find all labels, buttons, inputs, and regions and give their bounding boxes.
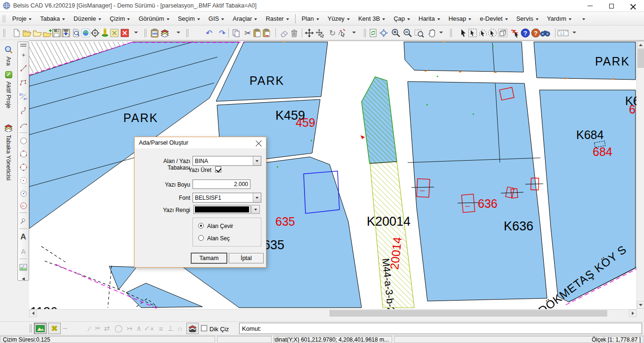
- undo-button[interactable]: ↶: [203, 27, 215, 39]
- menu-secim[interactable]: Seçim: [174, 13, 204, 24]
- zoom-window-button[interactable]: [414, 27, 425, 39]
- menu-gorunum[interactable]: Görünüm: [134, 13, 173, 24]
- scroll-up-button[interactable]: [637, 41, 644, 49]
- move-button[interactable]: [304, 27, 315, 39]
- help-button[interactable]: ?: [520, 27, 531, 39]
- alan-cevir-radio[interactable]: [198, 223, 204, 229]
- line-tool[interactable]: [18, 63, 28, 74]
- menu-yuzey[interactable]: Yüzey: [323, 13, 354, 24]
- scroll-left-button[interactable]: [29, 310, 37, 317]
- snap-toggle-button[interactable]: ✖: [48, 323, 61, 334]
- pin-tool[interactable]: [18, 215, 28, 227]
- snap-parallel-tool[interactable]: ⇄: [101, 323, 113, 334]
- collapse-toolbar-button[interactable]: ◂: [18, 273, 28, 284]
- menubar-grip[interactable]: [3, 15, 5, 23]
- raster-visibility-button[interactable]: [34, 323, 47, 334]
- sidebar-tab-aktif-proje[interactable]: ✓ Aktif Proje: [0, 70, 17, 108]
- polygon-tool[interactable]: [18, 135, 28, 147]
- sidebar-tab-tabaka-yoneticisi[interactable]: Tabaka Yöneticisi: [0, 123, 17, 180]
- image-tool[interactable]: [18, 261, 28, 273]
- snap-arc-tool[interactable]: ∩: [174, 323, 185, 334]
- measure-button[interactable]: 1 2: [557, 27, 569, 39]
- alan-sec-radio[interactable]: [198, 235, 204, 241]
- close-yellow-button[interactable]: [109, 27, 120, 39]
- menu-overflow[interactable]: [576, 16, 589, 22]
- eraser-button[interactable]: [278, 27, 290, 39]
- menu-plan[interactable]: Plan: [298, 13, 323, 24]
- toolbar-dropdown-icon[interactable]: [572, 32, 576, 33]
- map-canvas[interactable]: PARK PARK PARK K459 635 K20014 K636 K684…: [29, 41, 644, 316]
- snap-circle-tool[interactable]: ◯: [113, 323, 124, 334]
- pan-button[interactable]: [427, 27, 438, 39]
- font-combobox[interactable]: BELSISF1: [193, 193, 261, 203]
- select-circle-button[interactable]: [487, 27, 498, 39]
- zoom-in-button[interactable]: [390, 27, 402, 39]
- menu-hesap[interactable]: Hesap: [444, 13, 476, 24]
- toolbar-grip[interactable]: [30, 324, 32, 333]
- color-dropdown-button[interactable]: [251, 205, 260, 214]
- vertical-scrollbar[interactable]: [636, 41, 644, 309]
- iptal-button[interactable]: İptal: [229, 253, 264, 263]
- circle-center-tool[interactable]: [18, 188, 28, 199]
- regen-button[interactable]: [368, 27, 379, 39]
- menu-raster[interactable]: Raster: [261, 13, 293, 24]
- maximize-button[interactable]: [601, 0, 622, 12]
- move-select-button[interactable]: [314, 27, 326, 39]
- circle-radius-tool[interactable]: r=: [18, 200, 28, 212]
- menu-edevlet[interactable]: e-Devlet: [475, 13, 512, 24]
- select-3d-button[interactable]: [497, 27, 508, 39]
- layer-combobox[interactable]: BINA: [193, 156, 261, 166]
- circle-2p-tool[interactable]: [18, 162, 28, 173]
- menu-araclar[interactable]: Araçlar: [228, 13, 261, 24]
- menu-cizim[interactable]: Çizim: [105, 13, 135, 24]
- menu-yardim[interactable]: Yardım: [543, 13, 576, 24]
- clipboard-manager-button[interactable]: [149, 27, 160, 39]
- text-outline-tool[interactable]: A: [18, 245, 28, 257]
- close-red-button[interactable]: [119, 27, 130, 39]
- toolbar-dropdown-icon[interactable]: [177, 32, 180, 33]
- snap-curve-tool[interactable]: ∼: [59, 323, 71, 334]
- delete-button[interactable]: [289, 27, 300, 39]
- toolbar-grip[interactable]: [364, 29, 366, 37]
- text-tool[interactable]: A: [18, 231, 28, 243]
- menu-gis[interactable]: GIS: [204, 13, 228, 24]
- select-rectangle-button[interactable]: [467, 27, 478, 39]
- drawbar-grip[interactable]: [20, 44, 26, 47]
- toolbar-grip[interactable]: [145, 29, 146, 37]
- vertical-scroll-thumb[interactable]: [637, 49, 644, 68]
- redo-button[interactable]: ↷: [217, 27, 228, 39]
- toolbar-dropdown-icon[interactable]: [134, 32, 138, 33]
- text-size-input[interactable]: [193, 180, 250, 189]
- toolbar-dropdown-icon[interactable]: [352, 32, 356, 33]
- new-document-button[interactable]: [11, 27, 22, 39]
- menu-proje[interactable]: Proje: [8, 13, 36, 24]
- layer-quick-button[interactable]: [186, 323, 199, 334]
- toolbar-grip[interactable]: [3, 29, 5, 37]
- scroll-down-button[interactable]: [637, 301, 644, 309]
- menu-duzenle[interactable]: Düzenle: [69, 13, 105, 24]
- menu-tabaka[interactable]: Tabaka: [36, 13, 69, 24]
- layer-manager-button[interactable]: [159, 27, 170, 39]
- horizontal-scrollbar[interactable]: [29, 309, 636, 317]
- dialog-close-button[interactable]: [256, 139, 262, 146]
- horizontal-scroll-thumb[interactable]: [330, 310, 607, 317]
- combo-arrow-button[interactable]: [253, 193, 261, 202]
- dimension-tool[interactable]: S=a=: [18, 91, 28, 102]
- save-import-button[interactable]: [60, 27, 72, 39]
- combo-arrow-button[interactable]: [253, 156, 261, 165]
- menu-harita[interactable]: Harita: [414, 13, 444, 24]
- menu-cap[interactable]: Çap: [389, 13, 414, 24]
- scroll-right-button[interactable]: [629, 310, 636, 317]
- open-project-button[interactable]: [21, 27, 32, 39]
- command-input[interactable]: Komut:: [239, 323, 642, 334]
- close-button[interactable]: [622, 0, 644, 12]
- arc-tool[interactable]: [18, 119, 28, 131]
- polyline-tool[interactable]: [18, 77, 28, 88]
- vertex-edit-button[interactable]: [336, 27, 347, 39]
- minimize-button[interactable]: [579, 0, 601, 12]
- toolbar-dropdown-icon[interactable]: [439, 32, 443, 33]
- spline-tool[interactable]: [18, 105, 28, 116]
- toolbar-grip[interactable]: [186, 29, 188, 37]
- menu-kent3b[interactable]: Kent 3B: [354, 13, 389, 24]
- circle-3p-tool[interactable]: [18, 148, 28, 160]
